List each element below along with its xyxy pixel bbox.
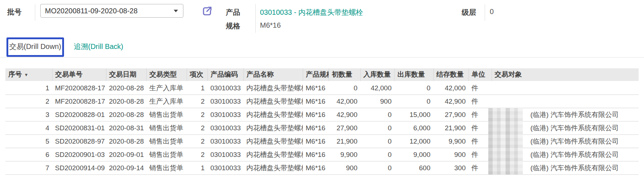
tab-drill-down[interactable]: 交易(Drill Down) [6,37,64,57]
cell-balance_qty: 9,900 [433,135,469,148]
cell-balance_qty: 300 [433,161,469,175]
sort-desc-icon[interactable]: ▼ [24,72,28,77]
column-header-product_name[interactable]: 产品名称 [243,68,303,81]
column-header-type[interactable]: 交易类型 [146,68,187,81]
cell-out_qty: 6,000 [394,121,433,135]
transactions-table-area: 序号▼交易单号交易日期交易类型项次产品编码产品名称产品规格初数量入库数量出库数量… [5,68,639,175]
cell-unit: 件 [469,95,492,108]
cell-out_qty: 9,000 [394,148,433,161]
column-header-doc_no[interactable]: 交易单号 [52,68,106,81]
column-header-balance_qty[interactable]: 结存数量 [433,68,469,81]
cell-product_name: 内花槽盘头带垫螺栓 [243,108,303,121]
cell-product_name: 内花槽盘头带垫螺栓 [243,148,303,161]
column-header-date[interactable]: 交易日期 [106,68,146,81]
cell-in_qty: 900 [360,95,394,108]
table-row[interactable]: 4SD20200831-012020-08-31销售出货单203010033内花… [5,121,639,135]
batch-select[interactable]: MO20200811-09-2020-08-28 [40,4,183,18]
transactions-table: 序号▼交易单号交易日期交易类型项次产品编码产品名称产品规格初数量入库数量出库数量… [5,68,639,175]
cell-product_code: 03010033 [207,81,243,95]
cell-doc_no: MF20200828-17 [52,81,106,95]
cell-initial_qty: 21,900 [329,135,360,148]
spec-value: M6*16 [260,21,281,30]
column-header-out_qty[interactable]: 出库数量 [394,68,433,81]
table-row[interactable]: 5SD20200828-972020-08-28销售出货单203010033内花… [5,135,639,148]
cell-item_no: 2 [187,148,207,161]
cell-item_no: 2 [187,95,207,108]
cell-seq: 4 [5,121,52,135]
cell-doc_no: SD20200914-09 [52,161,106,175]
cell-initial_qty: 42,900 [329,108,360,121]
cell-date: 2020-08-28 [106,135,146,148]
cell-initial_qty: 42,000 [329,95,360,108]
partner-name: (临港) 汽车饰件系统有限公司 [530,151,619,158]
column-header-unit[interactable]: 单位 [469,68,492,81]
cell-spec: M6*16 [303,81,329,95]
cell-partner: (临港) 汽车饰件系统有限公司 [492,121,639,135]
cell-partner [492,81,639,95]
partner-name: (临港) 汽车饰件系统有限公司 [530,164,619,172]
partner-name: (临港) 汽车饰件系统有限公司 [530,111,619,118]
column-header-seq[interactable]: 序号▼ [5,68,52,81]
cell-out_qty: 12,000 [394,135,433,148]
cell-seq: 5 [5,135,52,148]
cell-initial_qty: 27,900 [329,121,360,135]
level-value: 0 [490,8,494,16]
table-row[interactable]: 2MF20200828-172020-08-28生产入库单203010033内花… [5,95,639,108]
cell-type: 生产入库单 [146,95,187,108]
cell-spec: M6*16 [303,135,329,148]
cell-product_name: 内花槽盘头带垫螺栓 [243,121,303,135]
column-header-spec[interactable]: 产品规格 [303,68,329,81]
table-header-row: 序号▼交易单号交易日期交易类型项次产品编码产品名称产品规格初数量入库数量出库数量… [5,68,639,81]
cell-in_qty: 0 [360,135,394,148]
column-header-partner[interactable]: 交易对象 [492,68,639,81]
cell-unit: 件 [469,135,492,148]
cell-partner [492,95,639,108]
cell-initial_qty: 900 [329,161,360,175]
cell-spec: M6*16 [303,95,329,108]
cell-type: 销售出货单 [146,135,187,148]
caret-down-icon [174,10,178,12]
tab-drill-back[interactable]: 追溯(Drill Back) [74,37,123,57]
field-separator [255,4,256,33]
cell-type: 销售出货单 [146,108,187,121]
table-row[interactable]: 7SD20200914-092020-09-14销售出货单103010033内花… [5,161,639,175]
table-row[interactable]: 6SD20200901-032020-09-01销售出货单203010033内花… [5,148,639,161]
cell-in_qty: 42,000 [360,81,394,95]
column-header-item_no[interactable]: 项次 [187,68,207,81]
cell-item_no: 1 [187,81,207,95]
cell-seq: 7 [5,161,52,175]
cell-unit: 件 [469,121,492,135]
table-row[interactable]: 1MF20200828-172020-08-28生产入库单103010033内花… [5,81,639,95]
field-separator [35,4,35,21]
cell-date: 2020-09-01 [106,148,146,161]
cell-initial_qty: 0 [329,81,360,95]
cell-product_code: 03010033 [207,121,243,135]
column-header-initial_qty[interactable]: 初数量 [329,68,360,81]
cell-in_qty: 0 [360,148,394,161]
cell-unit: 件 [469,161,492,175]
cell-type: 销售出货单 [146,121,187,135]
external-link-icon[interactable] [201,5,213,17]
cell-partner: (临港) 汽车饰件系统有限公司 [492,135,639,148]
cell-doc_no: SD20200828-97 [52,135,106,148]
cell-date: 2020-09-14 [106,161,146,175]
table-row[interactable]: 3SD20200828-012020-08-28销售出货单203010033内花… [5,108,639,121]
column-header-product_code[interactable]: 产品编码 [207,68,243,81]
cell-seq: 6 [5,148,52,161]
cell-product_name: 内花槽盘头带垫螺栓 [243,81,303,95]
cell-spec: M6*16 [303,108,329,121]
cell-product_code: 03010033 [207,108,243,121]
cell-product_name: 内花槽盘头带垫螺栓 [243,95,303,108]
cell-type: 销售出货单 [146,148,187,161]
cell-partner: (临港) 汽车饰件系统有限公司 [492,148,639,161]
batch-select-value: MO20200811-09-2020-08-28 [45,7,174,15]
form-header: 批号 MO20200811-09-2020-08-28 产品 规格 030100… [0,0,644,34]
column-header-in_qty[interactable]: 入库数量 [360,68,394,81]
cell-in_qty: 0 [360,108,394,121]
cell-item_no: 1 [187,161,207,175]
cell-partner: (临港) 汽车饰件系统有限公司 [492,108,639,121]
product-link[interactable]: 03010033 - 内花槽盘头带垫螺栓 [260,8,363,17]
cell-seq: 1 [5,81,52,95]
spec-label: 规格 [226,21,240,31]
cell-date: 2020-08-31 [106,121,146,135]
